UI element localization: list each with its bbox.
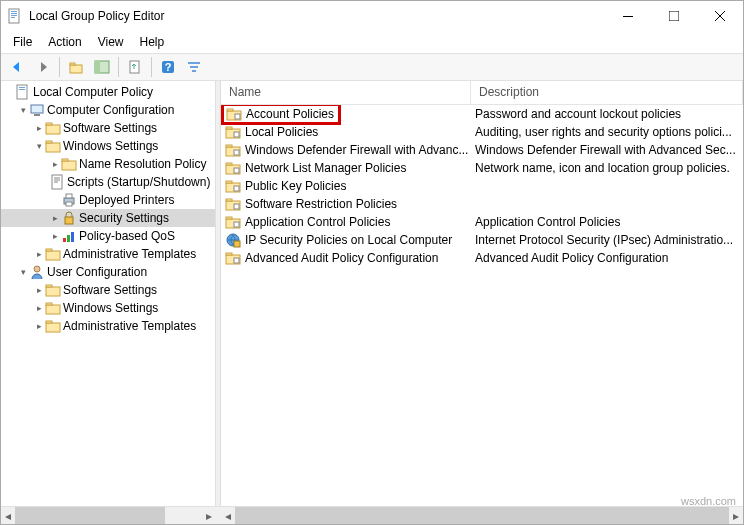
list-row[interactable]: Account PoliciesPassword and account loc… — [221, 105, 743, 123]
cell-name: Software Restriction Policies — [221, 195, 471, 213]
tree-user-configuration[interactable]: ▾ User Configuration — [1, 263, 215, 281]
svg-rect-28 — [62, 161, 76, 170]
svg-rect-2 — [11, 13, 17, 14]
list-row[interactable]: IP Security Policies on Local ComputerIn… — [221, 231, 743, 249]
svg-rect-63 — [226, 199, 232, 201]
svg-point-40 — [34, 266, 40, 272]
list-row[interactable]: Advanced Audit Policy ConfigurationAdvan… — [221, 249, 743, 267]
folder-icon — [225, 178, 241, 194]
tree-deployed-printers[interactable]: Deployed Printers — [1, 191, 215, 209]
expand-icon[interactable]: ▸ — [33, 249, 45, 259]
svg-rect-1 — [11, 11, 17, 12]
menu-help[interactable]: Help — [132, 33, 173, 51]
folder-icon — [225, 214, 241, 230]
expand-icon[interactable]: ▸ — [33, 285, 45, 295]
tree-label: User Configuration — [45, 265, 149, 279]
filter-button[interactable] — [182, 55, 206, 79]
minimize-button[interactable] — [605, 1, 651, 31]
expand-icon[interactable]: ▸ — [49, 213, 61, 223]
folder-icon — [225, 124, 241, 140]
computer-icon — [29, 102, 45, 118]
back-button[interactable] — [5, 55, 29, 79]
close-button[interactable] — [697, 1, 743, 31]
row-name-label: Network List Manager Policies — [245, 161, 406, 175]
tree-label: Local Computer Policy — [31, 85, 155, 99]
folder-icon — [45, 282, 61, 298]
help-button[interactable]: ? — [156, 55, 180, 79]
forward-button[interactable] — [31, 55, 55, 79]
scroll-thumb[interactable] — [235, 507, 729, 524]
svg-rect-41 — [46, 287, 60, 296]
tree-computer-configuration[interactable]: ▾ Computer Configuration — [1, 101, 215, 119]
folder-icon — [45, 300, 61, 316]
tree-software-settings[interactable]: ▸ Software Settings — [1, 119, 215, 137]
highlight-annotation: Account Policies — [221, 105, 341, 125]
svg-rect-3 — [11, 15, 17, 16]
folder-icon — [61, 156, 77, 172]
cell-description — [471, 203, 743, 205]
svg-rect-17 — [190, 66, 198, 68]
svg-rect-39 — [46, 249, 52, 251]
tree-pane[interactable]: Local Computer Policy ▾ Computer Configu… — [1, 81, 216, 506]
tree-user-windows-settings[interactable]: ▸ Windows Settings — [1, 299, 215, 317]
list-scrollbar-horizontal[interactable]: ◂ ▸ — [221, 507, 743, 524]
cell-description: Advanced Audit Policy Configuration — [471, 250, 743, 266]
row-name-label: Public Key Policies — [245, 179, 346, 193]
up-button[interactable] — [64, 55, 88, 79]
list-row[interactable]: Application Control PoliciesApplication … — [221, 213, 743, 231]
maximize-button[interactable] — [651, 1, 697, 31]
expand-icon[interactable]: ▸ — [49, 159, 61, 169]
svg-rect-51 — [226, 127, 232, 129]
window-title: Local Group Policy Editor — [29, 9, 605, 23]
tree-security-settings[interactable]: ▸ Security Settings — [1, 209, 215, 227]
tree-name-resolution-policy[interactable]: ▸ Name Resolution Policy — [1, 155, 215, 173]
export-button[interactable] — [123, 55, 147, 79]
qos-icon — [61, 228, 77, 244]
list-row[interactable]: Local PoliciesAuditing, user rights and … — [221, 123, 743, 141]
tree-windows-settings[interactable]: ▾ Windows Settings — [1, 137, 215, 155]
toolbar-separator — [151, 57, 152, 77]
svg-rect-20 — [19, 87, 25, 88]
svg-rect-32 — [66, 194, 72, 198]
expand-icon[interactable]: ▸ — [49, 231, 61, 241]
list-row[interactable]: Network List Manager PoliciesNetwork nam… — [221, 159, 743, 177]
menu-view[interactable]: View — [90, 33, 132, 51]
menu-action[interactable]: Action — [40, 33, 89, 51]
tree-scrollbar-horizontal[interactable]: ◂ ▸ — [1, 507, 216, 524]
show-hide-tree-button[interactable] — [90, 55, 114, 79]
toolbar-separator — [59, 57, 60, 77]
row-name-label: Software Restriction Policies — [245, 197, 397, 211]
expand-icon[interactable]: ▸ — [33, 321, 45, 331]
cell-description: Application Control Policies — [471, 214, 743, 230]
tree-scripts[interactable]: Scripts (Startup/Shutdown) — [1, 173, 215, 191]
svg-rect-21 — [19, 89, 25, 90]
list-pane: Name Description Account PoliciesPasswor… — [221, 81, 743, 506]
collapse-icon[interactable]: ▾ — [33, 141, 45, 151]
column-header-description[interactable]: Description — [471, 81, 743, 104]
svg-rect-6 — [669, 11, 679, 21]
collapse-icon[interactable]: ▾ — [17, 267, 29, 277]
collapse-icon[interactable]: ▾ — [17, 105, 29, 115]
list-body[interactable]: Account PoliciesPassword and account loc… — [221, 105, 743, 506]
expand-icon[interactable]: ▸ — [33, 123, 45, 133]
svg-text:?: ? — [165, 61, 172, 73]
row-name-label: Advanced Audit Policy Configuration — [245, 251, 438, 265]
tree-root[interactable]: Local Computer Policy — [1, 83, 215, 101]
svg-rect-35 — [63, 238, 66, 242]
cell-name: Public Key Policies — [221, 177, 471, 195]
svg-rect-42 — [46, 285, 52, 287]
column-header-name[interactable]: Name — [221, 81, 471, 104]
list-row[interactable]: Public Key Policies — [221, 177, 743, 195]
svg-rect-5 — [623, 16, 633, 17]
list-row[interactable]: Software Restriction Policies — [221, 195, 743, 213]
tree-policy-qos[interactable]: ▸ Policy-based QoS — [1, 227, 215, 245]
tree-admin-templates[interactable]: ▸ Administrative Templates — [1, 245, 215, 263]
list-row[interactable]: Windows Defender Firewall with Advanc...… — [221, 141, 743, 159]
tree-user-software-settings[interactable]: ▸ Software Settings — [1, 281, 215, 299]
svg-rect-57 — [226, 163, 232, 165]
menu-file[interactable]: File — [5, 33, 40, 51]
folder-icon — [225, 142, 241, 158]
scroll-thumb[interactable] — [15, 507, 165, 524]
tree-user-admin-templates[interactable]: ▸ Administrative Templates — [1, 317, 215, 335]
expand-icon[interactable]: ▸ — [33, 303, 45, 313]
